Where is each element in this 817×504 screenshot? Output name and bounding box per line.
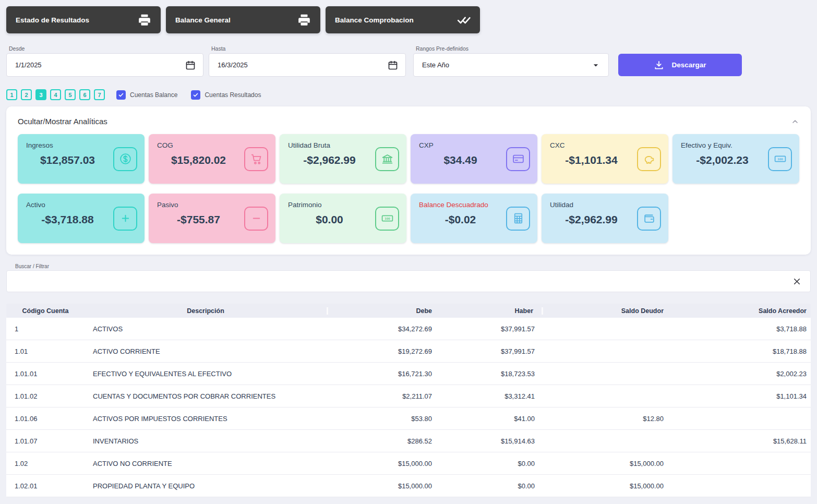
column-header-saldo-deudor[interactable]: Saldo Deudor <box>543 307 672 315</box>
cell-codigo-cuenta: 1.01.02 <box>6 392 85 400</box>
cell-codigo-cuenta: 1.02.01 <box>6 482 85 490</box>
cell-descripcion: ACTIVO CORRIENTE <box>85 347 328 355</box>
analytics-card-cxc: CXC-$1,101.34 <box>542 134 668 184</box>
download-button[interactable]: Descargar <box>618 54 742 76</box>
cell-descripcion: ACTIVO NO CORRIENTE <box>85 460 328 467</box>
table-header-row: Código CuentaDescripciónDebeHaberSaldo D… <box>6 304 811 318</box>
table-row[interactable]: 1.01ACTIVO CORRIENTE$19,272.69$37,991.57… <box>6 340 811 363</box>
cell-haber: $0.00 <box>440 482 543 490</box>
cell-descripcion: PROPIEDAD PLANTA Y EQUIPO <box>85 482 328 490</box>
search-input[interactable] <box>15 277 792 286</box>
printer-icon <box>138 13 151 27</box>
cell-saldo-deudor: $15,000.00 <box>543 482 672 490</box>
cell-saldo-acreedor: $18,718.88 <box>672 347 811 355</box>
column-header-haber[interactable]: Haber <box>440 307 543 315</box>
date-to-input[interactable] <box>217 61 388 69</box>
predefined-range-select[interactable]: Rangos Pre-definidos <box>413 53 609 77</box>
page-button-1[interactable]: 1 <box>6 89 17 100</box>
minus-icon <box>244 207 268 231</box>
cell-codigo-cuenta: 1.01.07 <box>6 437 85 445</box>
page-button-2[interactable]: 2 <box>21 89 32 100</box>
cell-saldo-acreedor: $2,002.23 <box>672 370 811 378</box>
svg-text:100: 100 <box>385 217 390 220</box>
table-row[interactable]: 1.01.07INVENTARIOS$286.52$15,914.63$15,6… <box>6 430 811 452</box>
cell-codigo-cuenta: 1.01 <box>6 347 85 355</box>
column-header-debe[interactable]: Debe <box>328 307 440 315</box>
checkbox-cuentas-resultados[interactable]: Cuentas Resultados <box>191 90 261 100</box>
date-to-field[interactable]: Hasta <box>209 53 406 77</box>
cell-debe: $15,000.00 <box>328 460 440 467</box>
cell-haber: $37,991.57 <box>440 347 543 355</box>
cell-saldo-acreedor: $3,718.88 <box>672 325 811 333</box>
page-button-6[interactable]: 6 <box>79 89 90 100</box>
page: Estado de ResultadosBalance GeneralBalan… <box>0 0 817 503</box>
checkbox-cuentas-balance[interactable]: Cuentas Balance <box>116 90 177 100</box>
cell-descripcion: ACTIVOS <box>85 325 328 333</box>
report-button-label: Estado de Resultados <box>16 16 89 24</box>
table-row[interactable]: 1.01.02CUENTAS Y DOCUMENTOS POR COBRAR C… <box>6 385 811 407</box>
checkbox-group: Cuentas BalanceCuentas Resultados <box>116 90 261 100</box>
page-button-4[interactable]: 4 <box>50 89 61 100</box>
printer-icon <box>297 13 311 27</box>
cell-debe: $16,721.30 <box>328 370 440 378</box>
page-button-3[interactable]: 3 <box>35 89 46 100</box>
chevron-up-icon[interactable] <box>791 117 799 126</box>
cell-debe: $53.80 <box>328 415 440 423</box>
cell-codigo-cuenta: 1 <box>6 325 85 333</box>
cell-saldo-deudor: $12.80 <box>543 415 672 423</box>
building-grid-icon <box>506 207 530 231</box>
search-filter-field[interactable]: Buscar / Filtrar <box>6 270 811 292</box>
checkbox-label: Cuentas Balance <box>130 91 177 99</box>
calendar-icon[interactable] <box>388 60 398 70</box>
report-button-balance-comprobacion[interactable]: Balance Comprobacion <box>326 6 480 33</box>
cell-debe: $15,000.00 <box>328 482 440 490</box>
analytics-card-cxp: CXP$34.49 <box>411 134 537 184</box>
cell-descripcion: INVENTARIOS <box>85 437 328 445</box>
table-row[interactable]: 1.02.01PROPIEDAD PLANTA Y EQUIPO$15,000.… <box>6 475 811 497</box>
analytics-card-patrimonio: Patrimonio$0.00100 <box>280 194 406 243</box>
date-to-label: Hasta <box>211 45 225 52</box>
cell-saldo-acreedor: $15,628.11 <box>672 437 811 445</box>
cell-debe: $19,272.69 <box>328 347 440 355</box>
accounts-table: Código CuentaDescripciónDebeHaberSaldo D… <box>6 304 811 497</box>
calendar-icon[interactable] <box>185 60 196 70</box>
predefined-range-value[interactable] <box>421 61 591 69</box>
date-from-field[interactable]: Desde <box>6 53 203 77</box>
analytics-card-utilidad-bruta: Utilidad Bruta-$2,962.99 <box>280 134 406 184</box>
cell-debe: $34,272.69 <box>328 325 440 333</box>
cell-descripcion: ACTIVOS POR IMPUESTOS CORRIENTES <box>85 415 328 423</box>
table-row[interactable]: 1ACTIVOS$34,272.69$37,991.57$3,718.88 <box>6 318 811 340</box>
date-from-input[interactable] <box>14 61 185 69</box>
chevron-down-icon <box>591 60 601 70</box>
cell-haber: $18,723.53 <box>440 370 543 378</box>
close-icon[interactable] <box>792 277 802 286</box>
cell-haber: $37,991.57 <box>440 325 543 333</box>
date-from-label: Desde <box>9 45 25 52</box>
cell-codigo-cuenta: 1.02 <box>6 460 85 467</box>
cell-debe: $2,211.07 <box>328 392 440 400</box>
svg-text:100: 100 <box>777 157 783 161</box>
report-buttons-row: Estado de ResultadosBalance GeneralBalan… <box>6 6 811 33</box>
report-button-label: Balance General <box>175 16 231 24</box>
column-header-saldo-acreedor[interactable]: Saldo Acreedor <box>672 307 811 315</box>
download-icon <box>654 60 664 70</box>
page-button-5[interactable]: 5 <box>65 89 76 100</box>
cell-descripcion: CUENTAS Y DOCUMENTOS POR COBRAR CORRIENT… <box>85 392 328 400</box>
checkbox-checked-icon[interactable] <box>191 90 200 100</box>
piggy-bank-icon <box>637 147 661 171</box>
report-button-balance-general[interactable]: Balance General <box>166 6 320 33</box>
column-header-codigo-cuenta[interactable]: Código Cuenta <box>6 307 85 315</box>
column-header-descripcion[interactable]: Descripción <box>85 307 328 315</box>
cell-haber: $3,312.41 <box>440 392 543 400</box>
report-button-estado-de-resultados[interactable]: Estado de Resultados <box>6 6 161 33</box>
table-row[interactable]: 1.01.06ACTIVOS POR IMPUESTOS CORRIENTES$… <box>6 407 811 430</box>
table-row[interactable]: 1.02ACTIVO NO CORRIENTE$15,000.00$0.00$1… <box>6 452 811 475</box>
dollar-coin-icon <box>113 147 137 171</box>
checkbox-checked-icon[interactable] <box>116 90 126 100</box>
predefined-range-label: Rangos Pre-definidos <box>416 45 468 52</box>
page-button-7[interactable]: 7 <box>94 89 105 100</box>
cell-saldo-deudor: $15,000.00 <box>543 460 672 467</box>
table-row[interactable]: 1.01.01EFECTIVO Y EQUIVALENTES AL EFECTI… <box>6 363 811 385</box>
double-check-icon <box>457 13 471 27</box>
cell-codigo-cuenta: 1.01.01 <box>6 370 85 378</box>
